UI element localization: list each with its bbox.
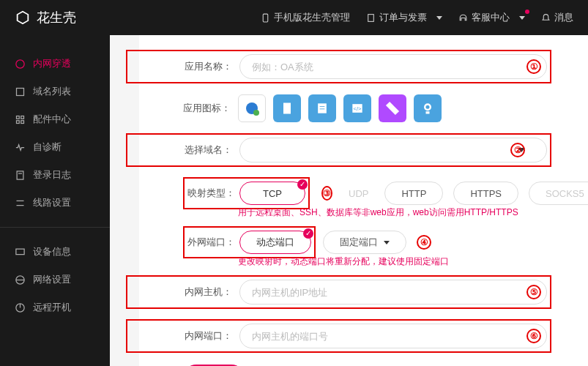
pill-fixed-port[interactable]: 固定端口 — [323, 231, 406, 254]
annotation-badge-3: ③ — [321, 186, 332, 201]
domain-select[interactable] — [239, 138, 547, 163]
logo: 花生壳 — [15, 9, 76, 26]
app-icon-ie[interactable] — [238, 94, 266, 122]
row-app-icon: 应用图标： </> — [183, 94, 551, 123]
sidebar-item-tunnel[interactable]: 内网穿透 — [0, 50, 110, 78]
divider — [0, 227, 110, 228]
pill-tcp[interactable]: TCP — [239, 182, 305, 205]
sidebar-item-logs[interactable]: 登录日志 — [0, 161, 110, 189]
tunnel-icon — [15, 59, 26, 70]
row-domain: 选择域名： ② — [126, 133, 551, 167]
ext-port-label: 外网端口： — [185, 236, 239, 249]
sidebar-item-routes[interactable]: 线路设置 — [0, 189, 110, 217]
sidebar-item-wol[interactable]: 远程开机 — [0, 294, 110, 321]
svg-rect-6 — [17, 120, 20, 123]
bell-icon — [541, 13, 551, 23]
nav-support-label: 客服中心 — [472, 11, 510, 24]
nav-mobile[interactable]: 手机版花生壳管理 — [261, 11, 350, 24]
domain-label: 选择域名： — [185, 143, 239, 157]
notification-dot — [525, 10, 529, 14]
sidebar-item-network[interactable]: 网络设置 — [0, 266, 110, 294]
pill-http[interactable]: HTTP — [384, 182, 443, 205]
svg-rect-1 — [368, 14, 374, 21]
nav-messages-label: 消息 — [554, 11, 573, 24]
app-icon-label: 应用图标： — [183, 102, 238, 115]
svg-rect-0 — [263, 14, 268, 22]
svg-rect-28 — [426, 111, 430, 113]
port-label: 内网端口： — [185, 329, 239, 343]
nav-messages[interactable]: 消息 — [541, 11, 573, 24]
svg-point-18 — [253, 110, 259, 116]
app-name-input[interactable] — [239, 54, 547, 79]
svg-rect-5 — [21, 116, 24, 119]
svg-rect-8 — [17, 171, 23, 179]
annotation-badge-5: ⑤ — [526, 285, 541, 299]
pill-label: 固定端口 — [340, 236, 378, 249]
row-ext-port: 外网端口： 动态端口 固定端口 ④ — [183, 226, 551, 258]
sidebar-item-label: 域名列表 — [33, 85, 71, 98]
doc-icon — [366, 13, 376, 23]
annotation-badge-4: ④ — [417, 235, 431, 250]
svg-rect-7 — [21, 120, 24, 123]
svg-point-2 — [16, 59, 24, 67]
app-icon-code[interactable]: </> — [343, 94, 371, 122]
sidebar-item-label: 设备信息 — [33, 245, 71, 258]
sidebar-item-device[interactable]: 设备信息 — [0, 238, 110, 266]
nav-support[interactable]: 客服中心 — [458, 11, 525, 24]
app-icon-doc[interactable] — [273, 94, 301, 122]
host-label: 内网主机： — [185, 285, 239, 299]
pill-label: SOCKS5 — [546, 188, 584, 199]
headset-icon — [458, 13, 468, 23]
map-type-hint: 用于远程桌面、SSH、数据库等非web应用，web访问需用HTTP/HTTPS — [238, 206, 551, 219]
row-app-name: 应用名称： ① — [126, 50, 551, 83]
sidebar-item-label: 线路设置 — [33, 196, 71, 209]
ext-port-hint: 更改映射时，动态端口将重新分配，建议使用固定端口 — [238, 255, 551, 268]
pill-socks5[interactable]: SOCKS5 — [529, 182, 588, 205]
svg-rect-25 — [386, 102, 399, 115]
chevron-down-icon — [384, 241, 390, 244]
app-name-label: 应用名称： — [185, 60, 239, 73]
sidebar-item-label: 自诊断 — [33, 141, 62, 154]
pill-label: UDP — [349, 188, 368, 199]
nav-orders[interactable]: 订单与发票 — [366, 11, 442, 24]
row-host: 内网主机： ⑤ — [126, 275, 551, 309]
svg-rect-19 — [283, 103, 291, 114]
sidebar-item-diag[interactable]: 自诊断 — [0, 133, 110, 161]
port-input[interactable] — [239, 324, 547, 348]
phone-icon — [261, 13, 270, 23]
host-input[interactable] — [239, 280, 547, 305]
svg-rect-3 — [17, 88, 24, 95]
monitor-icon — [15, 247, 26, 258]
app-icon-text[interactable] — [308, 94, 336, 122]
app-icon-camera[interactable] — [414, 94, 442, 122]
globe-icon — [15, 274, 26, 285]
row-submit: 确定 — [183, 363, 551, 366]
pill-dynamic-port[interactable]: 动态端口 — [239, 231, 311, 254]
logo-icon — [15, 10, 31, 26]
annotation-badge-2: ② — [510, 143, 525, 157]
svg-rect-20 — [318, 103, 327, 113]
svg-rect-4 — [17, 116, 20, 119]
chevron-down-icon — [519, 16, 525, 20]
nav-mobile-label: 手机版花生壳管理 — [274, 11, 350, 24]
pill-https[interactable]: HTTPS — [453, 182, 518, 205]
pill-udp[interactable]: UDP — [332, 182, 384, 205]
header-nav: 手机版花生壳管理 订单与发票 客服中心 消息 — [261, 11, 573, 24]
app-icon-cloud[interactable] — [379, 94, 406, 122]
sidebar-item-parts[interactable]: 配件中心 — [0, 105, 110, 133]
sidebar-item-domains[interactable]: 域名列表 — [0, 78, 110, 105]
sidebar-item-label: 配件中心 — [33, 113, 71, 126]
annotation-badge-1: ① — [526, 59, 541, 74]
svg-point-27 — [426, 105, 430, 109]
grid-icon — [15, 114, 26, 125]
sidebar-item-label: 内网穿透 — [33, 57, 71, 70]
row-port: 内网端口： ⑥ — [126, 319, 551, 353]
header: 花生壳 手机版花生壳管理 订单与发票 客服中心 消息 — [0, 0, 588, 35]
logo-text: 花生壳 — [37, 9, 76, 26]
svg-text:</>: </> — [354, 105, 362, 112]
pill-label: HTTP — [401, 188, 426, 199]
power-icon — [15, 302, 26, 313]
svg-rect-12 — [16, 249, 24, 255]
nav-orders-label: 订单与发票 — [379, 11, 427, 24]
log-icon — [15, 170, 26, 181]
